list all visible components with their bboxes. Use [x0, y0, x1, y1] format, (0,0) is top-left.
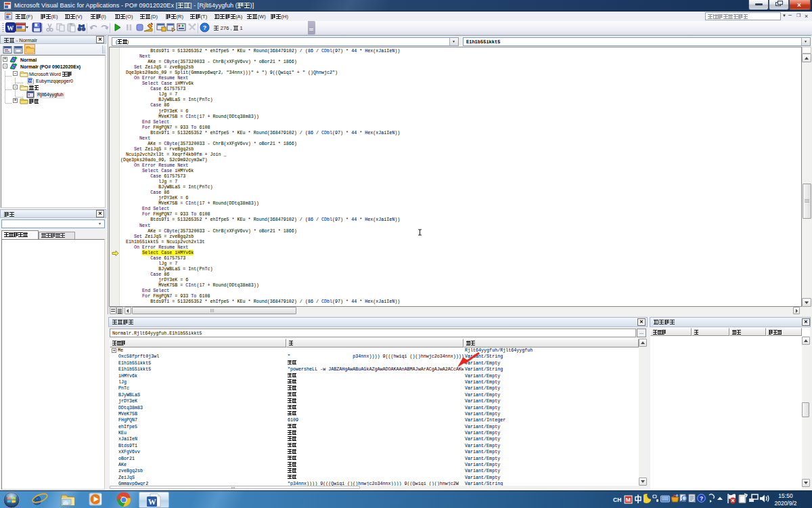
svg-text:W: W	[148, 497, 156, 507]
svg-text:e: e	[33, 491, 41, 508]
svg-text:W: W	[28, 79, 32, 83]
svg-text:?: ?	[203, 24, 207, 31]
svg-text:M: M	[626, 496, 631, 503]
svg-text:?: ?	[700, 495, 703, 502]
svg-text:W: W	[7, 24, 14, 32]
